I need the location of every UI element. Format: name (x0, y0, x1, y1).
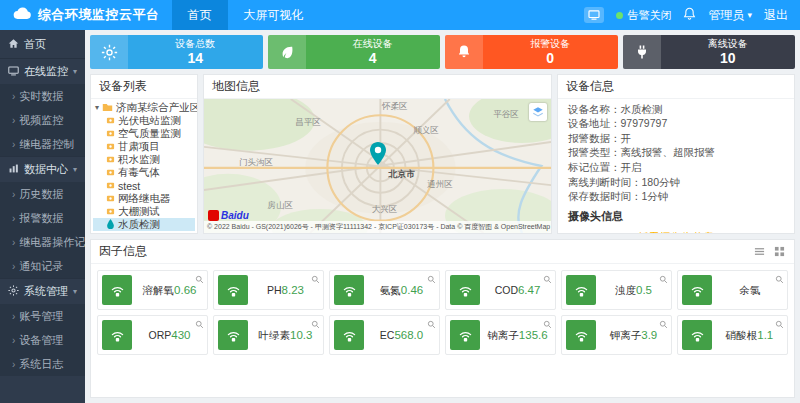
chevron-right-icon: › (12, 335, 15, 346)
factor-card[interactable]: 浊度0.5 (561, 270, 672, 310)
chevron-down-icon: ▾ (747, 10, 752, 20)
factor-card[interactable]: 钠离子135.6 (445, 315, 556, 355)
factor-card[interactable]: ORP430 (97, 315, 208, 355)
bigscreen-icon[interactable] (584, 7, 604, 23)
sensor-signal-icon (218, 275, 248, 305)
section-label: 系统管理 (24, 284, 68, 299)
magnifier-icon[interactable] (775, 273, 784, 287)
logout-link[interactable]: 退出 (764, 7, 788, 24)
sidebar-item-notification-log[interactable]: ›通知记录 (0, 254, 85, 278)
chevron-right-icon: › (12, 359, 15, 370)
factor-name: 浊度 (615, 284, 636, 296)
factor-name: 钠离子 (487, 329, 519, 341)
magnifier-icon[interactable] (659, 273, 668, 287)
device-icon (106, 128, 115, 140)
sensor-signal-icon (102, 320, 132, 350)
magnifier-icon[interactable] (543, 273, 552, 287)
sidebar-item-realtime-data[interactable]: ›实时数据 (0, 84, 85, 108)
map-district-label: 大兴区 (372, 204, 398, 216)
tree-item[interactable]: 甘肃项目 (93, 140, 195, 153)
factor-card[interactable]: PH8.23 (213, 270, 324, 310)
list-view-icon[interactable] (752, 245, 766, 259)
factor-name: 叶绿素 (259, 329, 291, 341)
factor-card[interactable]: 钾离子3.9 (561, 315, 672, 355)
nav-home[interactable]: 首页 (172, 0, 228, 30)
magnifier-icon[interactable] (427, 318, 436, 332)
sidebar-item-relay-control[interactable]: ›继电器控制 (0, 132, 85, 156)
magnifier-icon[interactable] (543, 318, 552, 332)
tree-item[interactable]: stest (93, 179, 195, 192)
magnifier-icon[interactable] (659, 318, 668, 332)
sidebar-item-video-monitoring[interactable]: ›视频监控 (0, 108, 85, 132)
tree-item[interactable]: 光伏电站监测 (93, 114, 195, 127)
factor-card[interactable]: 余氯 (677, 270, 788, 310)
sensor-signal-icon (334, 320, 364, 350)
app-title: 综合环境监控云平台 (38, 6, 160, 24)
magnifier-icon[interactable] (195, 318, 204, 332)
user-name: 管理员 (708, 7, 744, 24)
water-drop-icon (106, 219, 115, 231)
baidu-logo[interactable]: Baidu (208, 210, 249, 221)
sidebar-section-system-management[interactable]: 系统管理 ▾ (0, 278, 85, 304)
chevron-right-icon: › (12, 115, 15, 126)
sidebar-item-history-data[interactable]: ›历史数据 (0, 182, 85, 206)
map-canvas[interactable]: 昌平区 顺义区 怀柔区 平谷区 门头沟区 通州区 大兴区 房山区 北京市 (204, 99, 551, 233)
sidebar-item-system-log[interactable]: ›系统日志 (0, 352, 85, 376)
sidebar-section-data-center[interactable]: 数据中心 ▾ (0, 156, 85, 182)
alarm-toggle-label: 告警关闭 (627, 8, 671, 23)
factor-card[interactable]: 叶绿素10.3 (213, 315, 324, 355)
factor-card[interactable]: EC568.0 (329, 315, 440, 355)
tree-root-node[interactable]: ▾ 济南某综合产业区 (93, 101, 195, 114)
sidebar-item-alarm-data[interactable]: ›报警数据 (0, 206, 85, 230)
map-district-label: 昌平区 (295, 117, 321, 129)
chevron-down-icon: ▾ (73, 287, 77, 296)
nav-bigscreen[interactable]: 大屏可视化 (228, 0, 320, 30)
sensor-signal-icon (682, 275, 712, 305)
map-district-label: 平谷区 (493, 109, 519, 121)
alarm-toggle[interactable]: 告警关闭 (616, 8, 671, 23)
factor-value: 0.5 (636, 284, 652, 296)
sensor-signal-icon (102, 275, 132, 305)
factor-card[interactable]: COD6.47 (445, 270, 556, 310)
factor-card[interactable]: 溶解氧0.66 (97, 270, 208, 310)
device-list-panel: 设备列表 ▾ 济南某综合产业区 光伏电站监测 空气质量监测 甘肃项目 积水监测 (90, 74, 198, 234)
status-dot (616, 12, 623, 19)
user-menu[interactable]: 管理员 ▾ (708, 7, 752, 24)
magnifier-icon[interactable] (311, 318, 320, 332)
tree-item[interactable]: 大棚测试 (93, 205, 195, 218)
magnifier-icon[interactable] (311, 273, 320, 287)
tree-item-selected[interactable]: 水质检测 (93, 218, 195, 231)
tree-item[interactable]: 有毒气体 (93, 166, 195, 179)
camera-section-title: 摄像头信息 (558, 204, 794, 225)
cloud-logo-icon (12, 7, 32, 23)
stat-label: 在线设备 (353, 38, 393, 50)
sidebar-home-label: 首页 (24, 37, 46, 52)
sidebar-item-device-management[interactable]: ›设备管理 (0, 328, 85, 352)
sidebar-item-home[interactable]: 首页 (0, 30, 85, 58)
camera-empty-text: 暂无摄像头信息 (558, 230, 794, 233)
tree-item[interactable]: 网络继电器 (93, 192, 195, 205)
magnifier-icon[interactable] (775, 318, 784, 332)
sensor-signal-icon (566, 320, 596, 350)
bell-icon (445, 35, 483, 69)
section-label: 在线监控 (24, 64, 68, 79)
map-layers-button[interactable] (529, 103, 547, 121)
sidebar-item-account-management[interactable]: ›账号管理 (0, 304, 85, 328)
magnifier-icon[interactable] (427, 273, 436, 287)
sidebar-item-relay-log[interactable]: ›继电器操作记录 (0, 230, 85, 254)
grid-view-icon[interactable] (772, 245, 786, 259)
factor-name: COD (495, 284, 518, 296)
map-marker-pin[interactable] (369, 142, 387, 169)
factor-card[interactable]: 氨氮0.46 (329, 270, 440, 310)
stat-label: 报警设备 (530, 38, 570, 50)
factor-card[interactable]: 硝酸根1.1 (677, 315, 788, 355)
tree-item[interactable]: 空气质量监测 (93, 127, 195, 140)
notification-bell-icon[interactable] (683, 7, 696, 23)
map-panel: 地图信息 (203, 74, 552, 234)
tree-item[interactable]: 积水监测 (93, 153, 195, 166)
sidebar-section-online-monitoring[interactable]: 在线监控 ▾ (0, 58, 85, 84)
magnifier-icon[interactable] (195, 273, 204, 287)
brand: 综合环境监控云平台 (0, 0, 172, 30)
factor-name: ORP (149, 329, 172, 341)
factor-name: EC (380, 329, 395, 341)
